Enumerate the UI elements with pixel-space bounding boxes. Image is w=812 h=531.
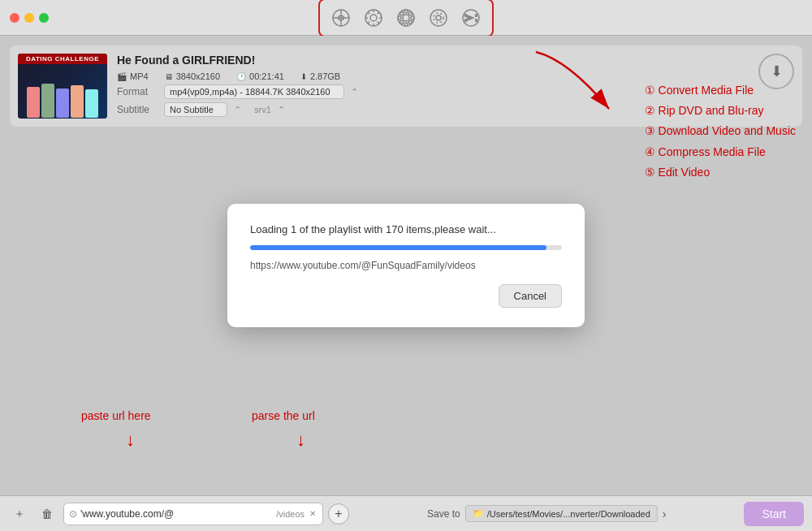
svg-point-8 <box>411 16 414 19</box>
title-bar <box>0 0 812 36</box>
save-path-display: 📁 /Users/test/Movies/...nverter/Download… <box>465 505 658 522</box>
traffic-lights <box>10 13 49 23</box>
dialog-loading-text: Loading 1 of the playlist with 170 items… <box>250 223 562 235</box>
add-url-button[interactable]: + <box>328 503 349 525</box>
save-path-arrow[interactable]: › <box>663 507 667 520</box>
toolbar-icons <box>318 0 494 37</box>
cancel-button[interactable]: Cancel <box>499 284 562 308</box>
svg-point-4 <box>403 15 409 21</box>
url-field-container: ⊙ /videos ✕ <box>63 503 323 525</box>
url-suffix: /videos <box>276 509 304 519</box>
svg-point-12 <box>400 20 404 24</box>
url-clear-button[interactable]: ✕ <box>308 509 317 518</box>
dialog-url: https://www.youtube.com/@FunSquadFamily/… <box>250 260 562 271</box>
svg-point-14 <box>436 15 441 20</box>
loading-dialog: Loading 1 of the playlist with 170 items… <box>227 204 585 327</box>
svg-point-10 <box>408 20 412 24</box>
svg-point-2 <box>370 15 377 21</box>
toolbar-edit-icon[interactable] <box>456 3 486 32</box>
svg-rect-17 <box>464 14 467 17</box>
svg-point-7 <box>398 16 401 19</box>
close-button[interactable] <box>10 13 19 23</box>
folder-icon: 📁 <box>473 508 484 519</box>
svg-rect-20 <box>475 19 477 22</box>
svg-point-6 <box>404 23 408 26</box>
save-path-text: /Users/test/Movies/...nverter/Downloaded <box>487 509 650 519</box>
progress-bar-track <box>250 245 562 250</box>
dialog-overlay: Loading 1 of the playlist with 170 items… <box>0 36 812 495</box>
svg-point-9 <box>400 11 404 15</box>
svg-point-5 <box>404 10 408 13</box>
svg-rect-18 <box>464 19 467 22</box>
minimize-button[interactable] <box>24 13 34 23</box>
url-input[interactable] <box>80 508 273 520</box>
save-to-section: Save to 📁 /Users/test/Movies/...nverter/… <box>354 505 739 522</box>
bottom-bar: ＋ 🗑 ⊙ /videos ✕ + Save to 📁 /Users/test/… <box>0 495 812 531</box>
svg-point-11 <box>408 11 412 15</box>
delete-item-button[interactable]: 🗑 <box>36 503 58 525</box>
maximize-button[interactable] <box>39 13 49 23</box>
svg-point-15 <box>434 13 443 23</box>
start-button[interactable]: Start <box>744 502 804 526</box>
save-to-label: Save to <box>427 508 460 520</box>
main-area: DATING CHALLENGE He Found a GIRLFRIEND! … <box>0 36 812 495</box>
svg-rect-19 <box>475 14 477 17</box>
toolbar-disc-icon[interactable] <box>424 3 453 32</box>
dialog-footer: Cancel <box>250 284 562 308</box>
progress-bar-fill <box>250 245 546 250</box>
add-item-button[interactable]: ＋ <box>8 503 31 525</box>
url-icon: ⊙ <box>69 508 77 520</box>
svg-point-13 <box>430 10 447 26</box>
toolbar-film-icon[interactable] <box>391 3 421 32</box>
toolbar-phone-icon[interactable] <box>326 3 356 32</box>
toolbar-convert-icon[interactable] <box>359 3 388 32</box>
